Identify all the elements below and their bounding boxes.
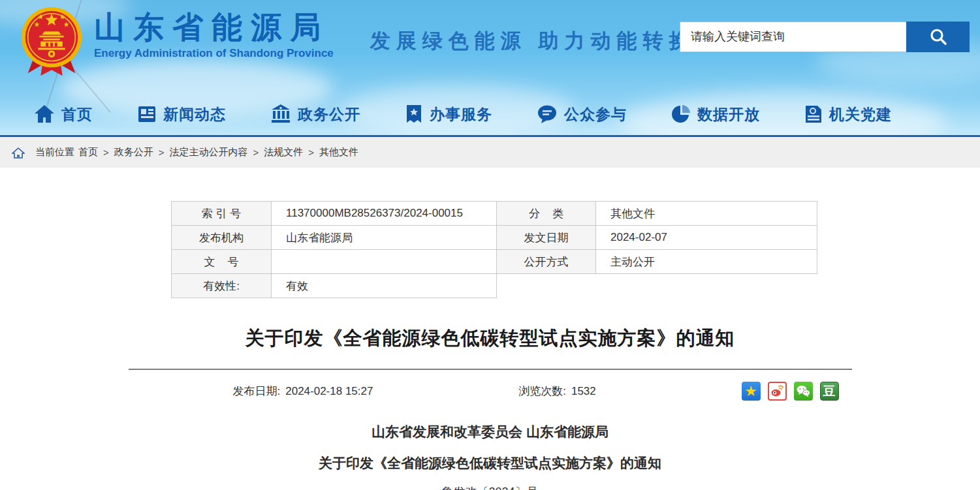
page-title: 关于印发《全省能源绿色低碳转型试点实施方案》的通知 <box>0 326 980 352</box>
pie-chart-icon <box>671 104 691 124</box>
publish-date-label: 发布日期: <box>233 385 281 397</box>
breadcrumb-item-statutory-disclosure[interactable]: 法定主动公开内容 <box>170 146 248 159</box>
breadcrumb-item-regulations[interactable]: 法规文件 <box>264 146 303 159</box>
badge-star-icon <box>405 104 423 124</box>
national-emblem-logo <box>18 5 85 80</box>
empty-cell <box>596 274 817 298</box>
nav-item-label: 公众参与 <box>564 104 627 125</box>
view-count-label: 浏览次数: <box>518 385 566 397</box>
share-buttons: ★ 豆 <box>742 382 839 401</box>
title-divider <box>129 369 852 370</box>
issue-date-value: 2024-02-07 <box>596 226 817 250</box>
breadcrumb-separator: > <box>253 147 259 158</box>
issuing-agency-value: 山东省能源局 <box>272 226 497 250</box>
article-body-doc-number-line: 鲁发改〔2024〕号 <box>0 484 980 490</box>
nav-item-label: 机关党建 <box>829 104 892 125</box>
site-header: 山东省能源局 Energy Administration of Shandong… <box>0 0 980 137</box>
article-meta-row: 发布日期:2024-02-18 15:27 浏览次数:1532 ★ <box>129 382 852 401</box>
breadcrumb-item-gov-affairs[interactable]: 政务公开 <box>114 146 153 159</box>
search-input[interactable] <box>680 22 906 52</box>
nav-item-services[interactable]: 办事服务 <box>405 104 492 125</box>
site-title: 山东省能源局 <box>94 9 334 46</box>
index-number-value: 11370000MB28526373/2024-00015 <box>272 202 497 226</box>
nav-item-open-data[interactable]: 数据开放 <box>671 104 760 125</box>
validity-label: 有效性: <box>172 274 272 298</box>
document-info-table: 索 引 号 11370000MB28526373/2024-00015 分 类 … <box>171 201 817 298</box>
weibo-share-icon[interactable] <box>768 382 787 401</box>
nav-item-home[interactable]: 首页 <box>34 104 93 125</box>
publish-date-value: 2024-02-18 15:27 <box>285 385 373 397</box>
category-value: 其他文件 <box>596 202 817 226</box>
article-page: 索 引 号 11370000MB28526373/2024-00015 分 类 … <box>0 201 980 490</box>
breadcrumb-item-other-documents: 其他文件 <box>319 146 358 159</box>
breadcrumb-separator: > <box>159 147 165 158</box>
nav-item-label: 办事服务 <box>430 104 492 125</box>
breadcrumb-separator: > <box>308 147 314 158</box>
breadcrumb-item-home[interactable]: 首页 <box>78 146 98 159</box>
document-number-label: 文 号 <box>172 250 272 274</box>
validity-value: 有效 <box>272 274 497 298</box>
qzone-star-glyph: ★ <box>744 384 757 399</box>
publicity-method-value: 主动公开 <box>596 250 817 274</box>
breadcrumb-separator: > <box>103 147 109 158</box>
nav-item-news[interactable]: 新闻动态 <box>137 104 226 125</box>
breadcrumb-prefix: 当前位置 <box>35 146 74 159</box>
nav-item-label: 数据开放 <box>697 104 760 125</box>
nav-item-label: 新闻动态 <box>163 104 226 125</box>
news-icon <box>137 105 157 123</box>
site-title-english: Energy Administration of Shandong Provin… <box>94 47 334 60</box>
nav-item-label: 政务公开 <box>298 104 360 125</box>
table-row: 索 引 号 11370000MB28526373/2024-00015 分 类 … <box>172 202 817 226</box>
nav-item-label: 首页 <box>61 104 93 125</box>
article-body-title-line: 关于印发《全省能源绿色低碳转型试点实施方案》的通知 <box>0 454 980 472</box>
index-number-label: 索 引 号 <box>172 202 272 226</box>
issue-date-label: 发文日期 <box>497 226 596 250</box>
breadcrumb-home-icon <box>12 147 25 159</box>
search-bar <box>680 22 970 52</box>
chat-bubble-icon <box>537 104 558 124</box>
table-row: 文 号 公开方式 主动公开 <box>172 250 817 274</box>
breadcrumb: 当前位置 首页 > 政务公开 > 法定主动公开内容 > 法规文件 > 其他文件 <box>0 137 980 168</box>
search-button[interactable] <box>906 22 970 52</box>
table-row: 发布机构 山东省能源局 发文日期 2024-02-07 <box>172 226 817 250</box>
nav-item-party-building[interactable]: 机关党建 <box>804 104 892 125</box>
home-icon <box>34 104 55 124</box>
wechat-share-icon[interactable] <box>794 382 813 401</box>
search-icon <box>928 27 948 47</box>
view-count: 浏览次数:1532 <box>518 384 596 399</box>
site-slogan: 发展绿色能源 助力动能转换 <box>370 27 695 55</box>
empty-cell <box>497 274 596 298</box>
publish-date: 发布日期:2024-02-18 15:27 <box>233 384 373 399</box>
douban-share-icon[interactable]: 豆 <box>820 382 839 401</box>
government-building-icon <box>270 104 291 124</box>
view-count-value: 1532 <box>571 385 596 397</box>
qzone-share-icon[interactable]: ★ <box>742 382 761 401</box>
nav-item-gov-affairs[interactable]: 政务公开 <box>270 104 360 125</box>
category-label: 分 类 <box>497 202 596 226</box>
table-row: 有效性: 有效 <box>172 274 817 298</box>
nav-item-public-participation[interactable]: 公众参与 <box>537 104 627 125</box>
document-number-value <box>272 250 497 274</box>
douban-glyph: 豆 <box>823 383 836 400</box>
article-body-org-line: 山东省发展和改革委员会 山东省能源局 <box>0 423 980 441</box>
main-nav: 首页 新闻动态 政务公开 办事服务 公众参与 <box>0 97 980 135</box>
party-card-icon <box>804 104 823 124</box>
issuing-agency-label: 发布机构 <box>172 226 272 250</box>
publicity-method-label: 公开方式 <box>497 250 596 274</box>
